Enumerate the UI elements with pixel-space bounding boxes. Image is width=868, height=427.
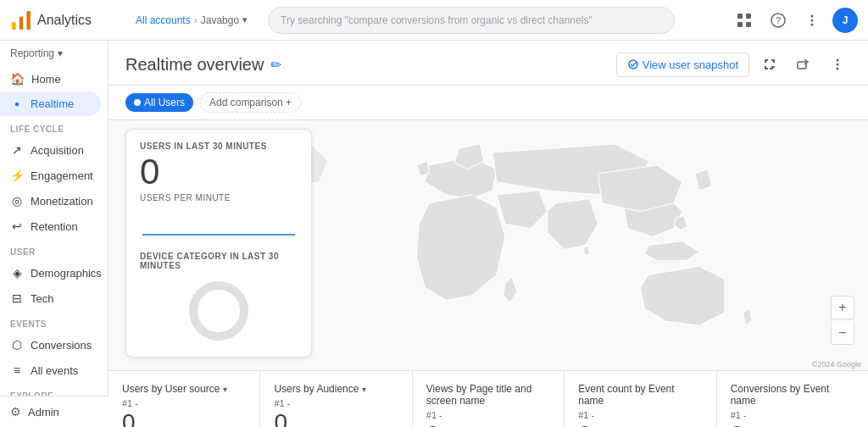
view-snapshot-button[interactable]: View user snapshot [616,53,749,77]
header-actions: View user snapshot [616,51,851,78]
grid-icon-button[interactable] [731,7,758,34]
page-title: Realtime overview ✏ [125,55,281,75]
all-users-filter[interactable]: All Users [125,93,193,112]
card-title-text: Users by User source [122,383,220,395]
svg-rect-1 [19,16,23,29]
sidebar-item-label: Home [31,73,61,86]
sidebar-item-label: Acquisition [31,144,84,157]
reporting-nav[interactable]: Reporting ▾ [0,41,108,66]
app-logo[interactable]: Analytics [10,9,129,31]
search-input[interactable] [268,7,675,34]
breadcrumb-property[interactable]: Javabgo [201,14,239,26]
sidebar-item-realtime[interactable]: ● Realtime [0,92,101,116]
svg-rect-6 [746,22,751,27]
help-icon-button[interactable]: ? [765,7,792,34]
users-count: 0 [140,152,298,191]
data-card-2: Views by Page title and screen name #1 -… [413,371,565,427]
search-bar[interactable] [268,7,675,34]
device-label: DEVICE CATEGORY IN LAST 30 MINUTES [140,252,298,270]
sidebar-item-engagement[interactable]: ⚡ Engagement [0,163,101,188]
sidebar-item-retention[interactable]: ↩ Retention [0,214,101,239]
sidebar-item-all-events[interactable]: ≡ All events [0,358,101,383]
realtime-icon: ● [10,99,24,108]
share-icon-button[interactable] [790,51,817,78]
breadcrumb-sep: › [194,14,198,26]
zoom-in-button[interactable]: + [831,296,854,319]
expand-icon [763,58,776,71]
card-title-text: Conversions by Event name [731,383,854,407]
grid-icon [737,13,752,28]
sidebar-item-label: Conversions [31,339,92,352]
sidebar-item-label: Monetization [31,195,93,208]
data-card-1: Users by Audience ▾ #1 - 0 AUDIENCE USER… [260,371,412,427]
svg-point-18 [193,286,244,336]
demographics-icon: ◈ [10,266,24,280]
snapshot-icon [627,58,639,70]
svg-point-11 [811,23,814,25]
card-title-text: Views by Page title and screen name [426,383,550,407]
sidebar-item-monetization[interactable]: ◎ Monetization [0,188,101,214]
more-vert-icon [804,13,820,28]
sidebar-item-conversions[interactable]: ⬡ Conversions [0,332,101,358]
card-rank: #1 - [578,410,702,420]
card-title-arrow[interactable]: ▾ [362,385,366,394]
sidebar-item-demographics[interactable]: ◈ Demographics [0,260,101,286]
lifecycle-section-label: LIFE CYCLE [0,116,108,137]
svg-rect-2 [27,11,31,30]
more-icon-button[interactable] [798,7,826,34]
svg-rect-4 [746,14,751,19]
content-header: Realtime overview ✏ View user snapshot [108,41,868,86]
app-name: Analytics [37,13,92,28]
device-donut [140,277,298,345]
retention-icon: ↩ [10,219,24,233]
all-events-icon: ≡ [10,363,24,377]
sidebar: Reporting ▾ 🏠 Home ● Realtime LIFE CYCLE… [0,41,108,427]
svg-rect-5 [737,22,743,27]
breadcrumb-chevron[interactable]: ▾ [242,14,248,25]
reporting-chevron: ▾ [58,47,63,59]
add-comparison-button[interactable]: Add comparison + [200,92,301,113]
edit-icon[interactable]: ✏ [270,57,281,73]
home-icon: 🏠 [10,72,25,86]
svg-point-15 [837,64,839,66]
admin-icon: ⚙ [10,405,21,419]
map-copyright: ©2024 Google [812,360,861,369]
card-rank: #1 - [274,398,398,408]
donut-chart [185,277,253,345]
filter-dot [134,99,141,106]
reporting-label: Reporting [10,47,54,59]
bottom-cards: Users by User source ▾ #1 - 0 USER SOURC… [108,370,868,427]
avatar[interactable]: J [832,8,858,33]
more-options-button[interactable] [824,51,851,78]
help-icon: ? [771,13,786,28]
card-value: 0 [426,422,550,427]
card-title-arrow[interactable]: ▾ [223,385,227,394]
sidebar-item-label: All events [31,364,78,377]
sidebar-item-home[interactable]: 🏠 Home [0,66,101,92]
sidebar-item-tech[interactable]: ⊟ Tech [0,286,101,311]
page-title-text: Realtime overview [125,55,264,75]
data-card-0: Users by User source ▾ #1 - 0 USER SOURC… [108,371,260,427]
admin-button[interactable]: ⚙ Admin [0,396,108,427]
card-title: Views by Page title and screen name [426,383,550,407]
card-value: 0 [274,410,398,427]
card-rank: #1 - [122,398,246,408]
svg-point-9 [811,14,814,17]
more-options-icon [831,58,844,71]
user-section-label: USER [0,239,108,260]
zoom-out-button[interactable]: − [831,321,854,345]
card-value: 0 [122,410,246,427]
map-container: USERS IN LAST 30 MINUTES 0 USERS PER MIN… [108,120,868,370]
all-users-label: All Users [144,97,185,108]
main-content: Realtime overview ✏ View user snapshot [108,41,868,427]
sidebar-item-acquisition[interactable]: ↗ Acquisition [0,137,101,163]
per-minute-label: USERS PER MINUTE [140,193,298,202]
acquisition-icon: ↗ [10,143,24,157]
topbar-icons: ? J [731,7,858,34]
sidebar-item-label: Engagement [31,169,93,182]
card-title: Event count by Event name [578,383,702,407]
breadcrumb-account[interactable]: All accounts [136,14,191,26]
svg-text:?: ? [776,15,781,25]
users-label: USERS IN LAST 30 MINUTES [140,141,298,151]
expand-icon-button[interactable] [756,51,783,78]
